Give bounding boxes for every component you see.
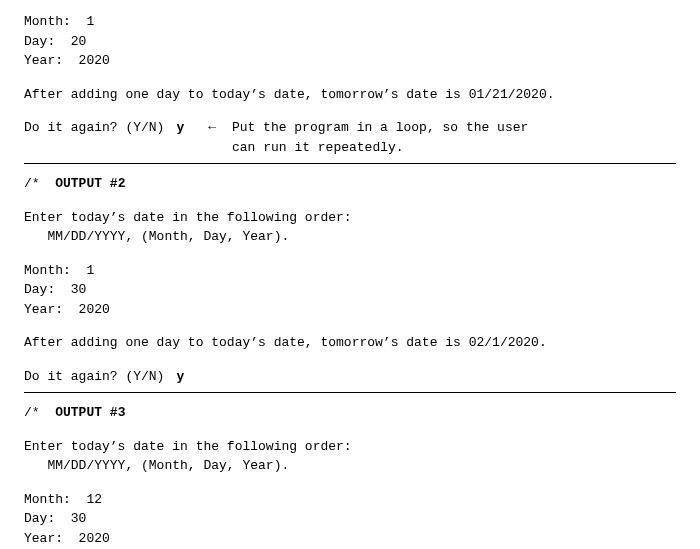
day-line: Day: 30	[24, 509, 676, 529]
month-label: Month:	[24, 14, 86, 29]
day-label: Day:	[24, 511, 71, 526]
output-block-2: /* OUTPUT #2 Enter today’s date in the f…	[24, 174, 676, 386]
month-line: Month: 1	[24, 12, 676, 32]
again-prompt: Do it again? (Y/N)	[24, 369, 164, 384]
month-label: Month:	[24, 492, 86, 507]
output-block-3: /* OUTPUT #3 Enter today’s date in the f…	[24, 403, 676, 549]
divider	[24, 163, 676, 164]
year-label: Year:	[24, 531, 79, 546]
month-value: 1	[86, 263, 94, 278]
output-header-label: OUTPUT #2	[55, 176, 125, 191]
enter-line2: MM/DD/YYYY, (Month, Day, Year).	[24, 456, 676, 476]
output-header-label: OUTPUT #3	[55, 405, 125, 420]
comment-marker: /*	[24, 405, 55, 420]
comment-marker: /*	[24, 176, 55, 191]
day-value: 30	[71, 511, 87, 526]
month-line: Month: 12	[24, 490, 676, 510]
divider	[24, 392, 676, 393]
day-label: Day:	[24, 282, 71, 297]
enter-line1: Enter today’s date in the following orde…	[24, 208, 676, 228]
day-value: 30	[71, 282, 87, 297]
year-value: 2020	[79, 53, 110, 68]
again-prompt-row: Do it again? (Y/N) y ← Put the program i…	[24, 118, 676, 138]
output-block-1: Month: 1 Day: 20 Year: 2020 After adding…	[24, 12, 676, 157]
again-prompt: Do it again? (Y/N)	[24, 118, 164, 138]
year-value: 2020	[79, 302, 110, 317]
day-label: Day:	[24, 34, 71, 49]
result-line: After adding one day to today’s date, to…	[24, 333, 676, 353]
year-value: 2020	[79, 531, 110, 546]
day-value: 20	[71, 34, 87, 49]
month-line: Month: 1	[24, 261, 676, 281]
year-line: Year: 2020	[24, 300, 676, 320]
month-label: Month:	[24, 263, 86, 278]
year-line: Year: 2020	[24, 51, 676, 71]
again-input: y	[176, 118, 184, 138]
year-label: Year:	[24, 302, 79, 317]
annotation: ← Put the program in a loop, so the user	[208, 118, 528, 138]
output-header: /* OUTPUT #2	[24, 174, 676, 194]
year-label: Year:	[24, 53, 79, 68]
month-value: 1	[86, 14, 94, 29]
again-prompt-row: Do it again? (Y/N)y	[24, 367, 676, 387]
enter-line1: Enter today’s date in the following orde…	[24, 437, 676, 457]
year-line: Year: 2020	[24, 529, 676, 549]
again-input: y	[176, 369, 184, 384]
arrow-left-icon: ←	[208, 120, 216, 135]
enter-line2: MM/DD/YYYY, (Month, Day, Year).	[24, 227, 676, 247]
day-line: Day: 30	[24, 280, 676, 300]
day-line: Day: 20	[24, 32, 676, 52]
result-line: After adding one day to today’s date, to…	[24, 85, 676, 105]
output-header: /* OUTPUT #3	[24, 403, 676, 423]
month-value: 12	[86, 492, 102, 507]
annotation-line2: can run it repeatedly.	[24, 138, 676, 158]
annotation-line1: Put the program in a loop, so the user	[232, 120, 528, 135]
